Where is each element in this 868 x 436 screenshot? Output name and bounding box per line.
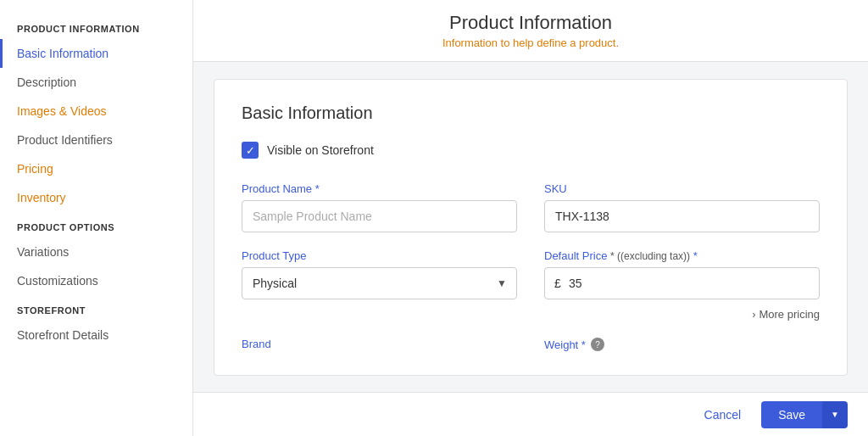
chevron-right-icon: ›: [752, 308, 755, 321]
weight-help-icon[interactable]: ?: [591, 338, 604, 351]
currency-symbol: £: [554, 277, 561, 290]
product-name-label: Product Name: [242, 182, 517, 195]
default-price-input[interactable]: [544, 267, 820, 299]
default-price-label: Default Price * ((excluding tax)): [544, 249, 820, 262]
card-title: Basic Information: [242, 103, 820, 123]
visible-on-storefront-label: Visible on Storefront: [267, 143, 374, 157]
form-grid: Product Name SKU Product Type Physical: [242, 182, 820, 351]
save-button-group: Save ▼: [761, 401, 848, 428]
weight-label: Weight: [544, 338, 586, 351]
save-dropdown-button[interactable]: ▼: [822, 401, 848, 428]
sidebar: PRODUCT INFORMATION Basic Information De…: [0, 0, 193, 436]
page-title: Product Information: [220, 12, 841, 34]
sku-input[interactable]: [544, 200, 820, 232]
sidebar-section-storefront: STOREFRONT: [0, 295, 192, 321]
save-button[interactable]: Save: [761, 401, 822, 428]
more-pricing-link[interactable]: › More pricing: [544, 308, 820, 321]
product-type-select[interactable]: Physical Digital: [242, 267, 517, 299]
product-name-group: Product Name: [242, 182, 517, 232]
visible-on-storefront-checkbox[interactable]: ✓: [242, 142, 259, 159]
sidebar-item-storefront-details[interactable]: Storefront Details: [0, 321, 192, 349]
price-tax-note: * ((excluding tax)): [610, 250, 690, 262]
visible-on-storefront-row: ✓ Visible on Storefront: [242, 142, 820, 159]
page-subtitle: Information to help define a product.: [220, 36, 841, 49]
default-price-group: Default Price * ((excluding tax)) £ › Mo…: [544, 249, 820, 321]
footer-bar: Cancel Save ▼: [193, 392, 868, 436]
page-header: Product Information Information to help …: [193, 0, 868, 62]
sidebar-section-product-info: PRODUCT INFORMATION: [0, 14, 192, 39]
sidebar-item-product-identifiers[interactable]: Product Identifiers: [0, 126, 192, 154]
sku-group: SKU: [544, 182, 820, 232]
basic-information-card: Basic Information ✓ Visible on Storefron…: [214, 79, 848, 376]
sidebar-item-images-videos[interactable]: Images & Videos: [0, 97, 192, 126]
sidebar-item-pricing[interactable]: Pricing: [0, 154, 192, 183]
checkmark-icon: ✓: [246, 145, 255, 156]
sidebar-section-product-options: PRODUCT OPTIONS: [0, 212, 192, 238]
brand-label: Brand: [242, 338, 517, 350]
brand-group: Brand: [242, 338, 517, 351]
product-type-group: Product Type Physical Digital ▼: [242, 249, 517, 321]
sku-label: SKU: [544, 182, 820, 195]
sidebar-item-description[interactable]: Description: [0, 68, 192, 97]
content-area: Basic Information ✓ Visible on Storefron…: [193, 62, 868, 392]
product-name-input[interactable]: [242, 200, 517, 232]
weight-group: Weight ?: [544, 338, 820, 351]
price-input-wrapper: £: [544, 267, 820, 299]
sidebar-item-variations[interactable]: Variations: [0, 238, 192, 266]
product-type-label: Product Type: [242, 249, 517, 262]
dropdown-caret-icon: ▼: [831, 410, 839, 419]
sidebar-item-inventory[interactable]: Inventory: [0, 183, 192, 212]
product-type-select-wrapper: Physical Digital ▼: [242, 267, 517, 299]
cancel-button[interactable]: Cancel: [691, 401, 755, 428]
sidebar-item-basic-information[interactable]: Basic Information: [0, 39, 192, 68]
main-content: Product Information Information to help …: [193, 0, 868, 436]
sidebar-item-customizations[interactable]: Customizations: [0, 266, 192, 295]
